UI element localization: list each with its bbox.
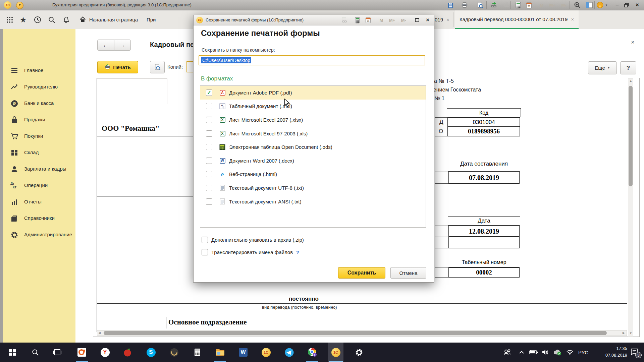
onedrive-cloud-icon[interactable] [552, 343, 563, 362]
checkbox[interactable] [206, 144, 212, 150]
battery-icon[interactable] [528, 343, 539, 362]
sidebar-item-otchety[interactable]: Отчеты [0, 198, 75, 208]
chrome-icon[interactable]: T [306, 343, 319, 362]
calendar-icon[interactable]: 31 [523, 1, 535, 9]
sidebar-item-rukovoditelyu[interactable]: Руководителю [0, 83, 75, 93]
search-icon[interactable] [47, 15, 56, 24]
more-button[interactable]: Еще ▼ [588, 61, 617, 74]
save-button[interactable]: Сохранить [338, 267, 385, 279]
format-row-xls[interactable]: X Лист Microsoft Excel 97-2003 (.xls) [200, 127, 426, 140]
checkbox[interactable] [206, 198, 212, 205]
print-button[interactable]: Печать [97, 61, 138, 73]
checkbox[interactable] [206, 171, 212, 177]
volume-icon[interactable] [540, 343, 551, 362]
format-row-mxl[interactable]: A Табличный документ (.mxl) [200, 100, 426, 113]
action-center-icon[interactable]: 3 [628, 343, 641, 362]
calendar-icon[interactable]: 31 [363, 16, 373, 24]
format-row-txt-utf8[interactable]: Текстовый документ UTF-8 (.txt) [200, 181, 426, 195]
path-input[interactable]: C:\Users\User\Desktop ... [199, 55, 425, 65]
format-row-xlsx[interactable]: X Лист Microsoft Excel 2007 (.xlsx) [200, 113, 426, 127]
favorites-star-icon[interactable]: ★ [19, 15, 28, 24]
history-icon[interactable] [33, 15, 42, 24]
info-dropdown-icon[interactable]: ▼ [604, 1, 609, 9]
browse-button[interactable]: ... [419, 56, 423, 61]
zip-option[interactable]: Дополнительно упаковать в архив (.zip) [202, 237, 304, 243]
checkbox[interactable] [202, 249, 208, 255]
wifi-icon[interactable] [565, 343, 575, 362]
clock[interactable]: 17:35 07.08.2019 [594, 345, 627, 359]
checkbox[interactable] [202, 237, 208, 243]
checkbox[interactable] [206, 158, 212, 164]
get-link-icon[interactable] [488, 1, 500, 9]
minimize-button[interactable]: – [612, 1, 622, 9]
yandex-browser-icon[interactable]: Y [98, 343, 112, 362]
notifications-bell-icon[interactable] [62, 15, 70, 24]
scroll-down-icon[interactable]: ▼ [629, 331, 632, 335]
translit-help-icon[interactable]: ? [296, 249, 299, 255]
vertical-scrollbar-thumb[interactable] [629, 86, 633, 186]
onec-app-icon[interactable]: 1С [259, 343, 273, 362]
format-row-txt-ansi[interactable]: Текстовый документ ANSI (.txt) [200, 195, 426, 208]
apple-app-icon[interactable] [121, 343, 134, 362]
onec-active-app-icon[interactable]: 1С [329, 343, 342, 362]
clock-app-icon[interactable] [167, 343, 181, 362]
sidebar-item-prodazhi[interactable]: Продажи [0, 116, 75, 126]
form-close-icon[interactable]: × [631, 39, 635, 46]
cancel-button[interactable]: Отмена [390, 267, 426, 279]
dialog-close-button[interactable]: × [423, 16, 432, 24]
task-view-icon[interactable] [51, 343, 64, 362]
zoom-icon[interactable] [572, 1, 583, 9]
translit-option[interactable]: Транслитерировать имена файлов ? [202, 249, 299, 255]
format-row-ods[interactable]: Электронная таблица Open Document (.ods) [200, 140, 426, 154]
format-row-docx[interactable]: W Документ Word 2007 (.docx) [200, 154, 426, 168]
people-tray-icon[interactable] [501, 343, 513, 362]
word-app-icon[interactable]: W [236, 343, 250, 362]
sidebar-item-administrirovanie[interactable]: Администрирование [0, 231, 75, 241]
save-icon[interactable] [445, 1, 456, 9]
sidebar-item-bank-i-kassa[interactable]: ₽ Банк и касса [0, 100, 75, 110]
split-panel-icon[interactable] [584, 1, 595, 9]
main-menu-dropdown[interactable]: ▼ [16, 2, 23, 9]
format-row-pdf[interactable]: ✓ A Документ Adobe PDF (.pdf) [200, 86, 426, 100]
print-icon[interactable] [459, 1, 470, 9]
tab-home[interactable]: Начальная страница [79, 10, 138, 29]
apps-grid-icon[interactable] [5, 15, 14, 24]
horizontal-scrollbar-thumb[interactable] [104, 331, 607, 335]
tab-close-icon[interactable]: × [571, 16, 574, 22]
info-icon[interactable]: i [596, 1, 604, 9]
tab-truncated-right[interactable]: 019 × [435, 10, 449, 29]
scroll-up-icon[interactable]: ▲ [629, 79, 632, 82]
restore-button[interactable] [622, 1, 631, 9]
checkbox[interactable] [206, 117, 212, 123]
help-button[interactable]: ? [620, 61, 636, 74]
sidebar-item-sklad[interactable]: Склад [0, 149, 75, 159]
forward-button[interactable]: → [114, 40, 131, 51]
tab-truncated-left[interactable]: При [147, 10, 156, 29]
sidebar-item-pokupki[interactable]: Покупки [0, 132, 75, 142]
file-explorer-icon[interactable] [213, 343, 227, 362]
telegram-icon[interactable] [282, 343, 296, 362]
tray-expand-chevron-icon[interactable] [517, 343, 527, 362]
scroll-left-icon[interactable]: ◀ [98, 331, 101, 335]
tab-close-icon[interactable]: × [446, 17, 449, 22]
sidebar-item-zarplata-i-kadry[interactable]: Зарплата и кадры [0, 165, 75, 175]
skype-icon[interactable]: S [144, 343, 158, 362]
dialog-maximize-button[interactable] [412, 16, 422, 24]
back-button[interactable]: ← [97, 40, 114, 51]
preview-button[interactable] [150, 61, 165, 73]
settings-gear-icon[interactable] [352, 343, 366, 362]
close-button[interactable]: × [633, 1, 642, 9]
sidebar-item-spravochniki[interactable]: Справочники [0, 215, 75, 225]
checkbox[interactable] [206, 130, 212, 137]
tab-active-kadrovy-perevod[interactable]: Кадровый перевод 0000-000001 от 07.08.20… [455, 10, 579, 29]
print-preview-icon[interactable] [474, 1, 486, 9]
checkbox[interactable] [206, 103, 212, 109]
sidebar-item-glavnoe[interactable]: Главное [0, 67, 75, 77]
language-indicator[interactable]: РУС [576, 343, 591, 362]
scroll-right-icon[interactable]: ▶ [623, 331, 625, 335]
calculator-app-icon[interactable] [191, 343, 204, 362]
format-row-html[interactable]: e Веб-страница (.html) [200, 168, 426, 181]
checkbox[interactable] [206, 185, 212, 191]
calculator-icon[interactable] [353, 16, 362, 24]
taskbar-search-icon[interactable] [29, 343, 42, 362]
